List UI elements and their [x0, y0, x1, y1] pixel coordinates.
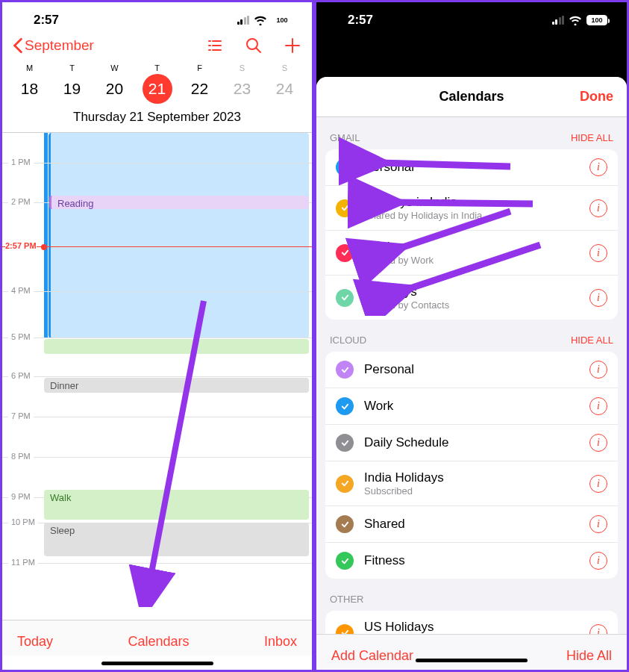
home-indicator[interactable] [101, 662, 213, 665]
inbox-button[interactable]: Inbox [264, 634, 297, 650]
checkmark-icon[interactable] [336, 515, 354, 533]
nav-bar: September [2, 32, 312, 59]
search-icon[interactable] [245, 37, 263, 55]
checkmark-icon[interactable] [336, 361, 354, 379]
info-icon[interactable]: i [589, 158, 607, 176]
info-icon[interactable]: i [589, 475, 607, 493]
event-sleep[interactable]: Sleep [44, 523, 309, 556]
event-walk[interactable]: Walk [44, 490, 309, 520]
calendar-name: Shared [364, 517, 579, 532]
battery-icon: 100 [586, 15, 607, 25]
day-numbers-row: 18 19 20 21 22 23 24 [2, 74, 312, 107]
calendar-name: Daily Schedule [364, 435, 579, 450]
add-icon[interactable] [284, 37, 301, 55]
calendar-subtitle: Shared by Contacts [364, 299, 579, 311]
day-18[interactable]: 18 [15, 74, 45, 104]
day-20[interactable]: 20 [100, 74, 130, 104]
checkmark-icon[interactable] [336, 434, 354, 452]
day-21-selected[interactable]: 21 [143, 74, 172, 104]
day-24[interactable]: 24 [270, 74, 300, 104]
calendars-button[interactable]: Calendars [128, 634, 189, 650]
checkmark-icon[interactable] [336, 289, 354, 307]
battery-icon: 100 [272, 15, 292, 25]
calendar-name: US Holidays [364, 620, 579, 635]
calendar-row[interactable]: Sharedi [325, 506, 618, 543]
day-19[interactable]: 19 [57, 74, 87, 104]
calendar-row[interactable]: Personali [325, 352, 618, 388]
calendars-list[interactable]: GMAIL HIDE ALL PersonaliHolidays in Indi… [316, 117, 627, 670]
day-22[interactable]: 22 [185, 74, 215, 104]
done-button[interactable]: Done [580, 89, 613, 105]
wifi-icon [254, 15, 267, 25]
back-button[interactable]: September [13, 37, 94, 54]
hide-all-button[interactable]: Hide All [566, 648, 612, 664]
checkmark-icon[interactable] [336, 552, 354, 570]
bottom-toolbar: Today Calendars Inbox [2, 620, 312, 656]
calendar-row[interactable]: India HolidaysSubscribedi [325, 461, 618, 506]
calendar-row[interactable]: Worki [325, 388, 618, 425]
calendar-row[interactable]: Holidays in IndiaShared by Holidays in I… [325, 186, 618, 231]
status-time: 2:57 [348, 13, 373, 28]
info-icon[interactable]: i [589, 552, 607, 570]
group-header-gmail: GMAIL HIDE ALL [316, 117, 627, 149]
group-header-other: OTHER [316, 579, 627, 611]
timeline[interactable]: 1 PM 2 PM Reading 2:57 PM 4 PM 5 PM 6 PM… [2, 133, 312, 620]
calendar-subtitle: Subscribed [364, 485, 579, 497]
calendar-subtitle: Shared by Holidays in India [364, 210, 579, 221]
back-label: September [25, 37, 94, 54]
checkmark-icon[interactable] [336, 199, 354, 217]
checkmark-icon[interactable] [336, 475, 354, 493]
calendars-sheet-view: 2:57 100 Calendars Done GMAIL HIDE ALL P… [314, 0, 629, 672]
checkmark-icon[interactable] [336, 158, 354, 176]
calendar-name: Birthdays [364, 284, 579, 299]
gmail-calendars-card: PersonaliHolidays in IndiaShared by Holi… [325, 149, 618, 320]
status-bar: 2:57 100 [2, 2, 312, 32]
home-indicator[interactable] [416, 659, 528, 662]
day-23[interactable]: 23 [228, 74, 257, 104]
calendar-name: Work [364, 240, 579, 255]
calendar-subtitle: Shared by Work [364, 255, 579, 266]
info-icon[interactable]: i [589, 397, 607, 415]
calendar-name: Fitness [364, 553, 579, 568]
now-indicator: 2:57 PM [2, 246, 312, 247]
checkmark-icon[interactable] [336, 397, 354, 415]
info-icon[interactable]: i [589, 244, 607, 262]
event-dinner[interactable]: Dinner [44, 378, 309, 393]
info-icon[interactable]: i [589, 361, 607, 379]
sheet-header: Calendars Done [316, 77, 627, 117]
calendar-row[interactable]: WorkShared by Worki [325, 231, 618, 276]
cellular-icon [237, 16, 250, 25]
wifi-icon [569, 15, 582, 25]
calendar-row[interactable]: Personali [325, 149, 618, 186]
info-icon[interactable]: i [589, 434, 607, 452]
list-icon[interactable] [206, 37, 224, 55]
sheet-footer: Add Calendar Hide All [316, 634, 627, 670]
info-icon[interactable]: i [589, 515, 607, 533]
hide-all-gmail[interactable]: HIDE ALL [571, 132, 613, 143]
calendar-name: Personal [364, 160, 579, 175]
calendar-day-view: 2:57 100 September M T W T F S S 18 19 2… [0, 0, 314, 672]
info-icon[interactable]: i [589, 199, 607, 217]
info-icon[interactable]: i [589, 289, 607, 307]
chevron-left-icon [13, 37, 23, 54]
cellular-icon [552, 16, 565, 25]
calendar-name: India Holidays [364, 470, 579, 485]
icloud-calendars-card: PersonaliWorkiDaily ScheduleiIndia Holid… [325, 352, 618, 579]
event-green[interactable] [44, 339, 309, 354]
calendar-name: Work [364, 399, 579, 414]
calendar-row[interactable]: Fitnessi [325, 543, 618, 579]
selected-date-label: Thursday 21 September 2023 [2, 107, 312, 133]
status-icons: 100 [237, 15, 293, 25]
calendar-row[interactable]: BirthdaysShared by Contactsi [325, 276, 618, 320]
calendar-name: Personal [364, 362, 579, 377]
today-button[interactable]: Today [17, 634, 53, 650]
event-reading[interactable]: Reading [49, 196, 309, 209]
calendar-row[interactable]: Daily Schedulei [325, 425, 618, 461]
group-header-icloud: ICLOUD HIDE ALL [316, 320, 627, 352]
status-bar: 2:57 100 [316, 2, 627, 32]
add-calendar-button[interactable]: Add Calendar [331, 648, 413, 664]
checkmark-icon[interactable] [336, 244, 354, 262]
hide-all-icloud[interactable]: HIDE ALL [571, 335, 613, 346]
weekday-row: M T W T F S S [2, 59, 312, 74]
status-time: 2:57 [34, 13, 59, 28]
